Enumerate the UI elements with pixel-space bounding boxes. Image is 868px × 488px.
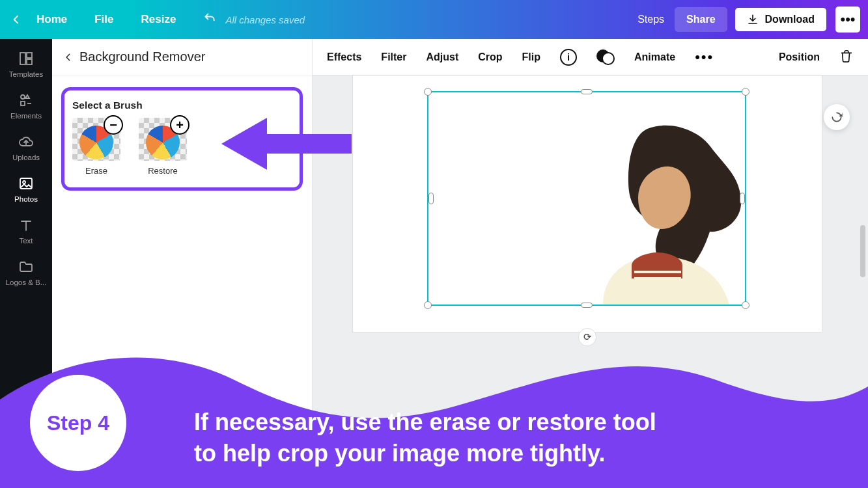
save-status: All changes saved xyxy=(225,14,305,25)
tutorial-line2: to help crop your image more tightly. xyxy=(194,438,842,470)
brush-restore-option[interactable]: + Restore xyxy=(139,118,187,176)
transparency-icon[interactable] xyxy=(596,49,615,65)
svg-rect-2 xyxy=(27,59,32,64)
resize-handle-t[interactable] xyxy=(581,89,593,94)
resize-handle-tl[interactable] xyxy=(424,88,432,96)
download-label: Download xyxy=(765,14,815,25)
folder-icon xyxy=(18,259,34,275)
resize-handle-tr[interactable] xyxy=(742,88,749,96)
nav-file[interactable]: File xyxy=(94,13,113,26)
brush-selection-box: Select a Brush − Erase + Restore xyxy=(61,87,303,191)
filter-button[interactable]: Filter xyxy=(381,51,406,63)
undo-icon[interactable] xyxy=(203,12,216,27)
svg-point-6 xyxy=(23,181,25,183)
nav-home[interactable]: Home xyxy=(36,13,67,26)
svg-rect-5 xyxy=(20,178,32,189)
top-more-button[interactable]: ••• xyxy=(835,7,860,33)
panel-title: Background Remover xyxy=(79,49,205,64)
vertical-scrollbar[interactable] xyxy=(860,225,865,277)
sync-icon[interactable]: ⟳ xyxy=(578,328,596,346)
rail-elements[interactable]: Elements xyxy=(0,85,52,126)
rail-logos[interactable]: Logos & B... xyxy=(0,251,52,293)
minus-icon: − xyxy=(104,115,123,135)
resize-handle-r[interactable] xyxy=(740,193,745,204)
panel-back-icon[interactable] xyxy=(64,49,73,66)
tutorial-text: If necessary, use the erase or restore t… xyxy=(194,407,842,470)
elements-icon xyxy=(18,92,34,108)
brush-heading: Select a Brush xyxy=(72,100,292,111)
resize-handle-b[interactable] xyxy=(581,303,593,308)
share-button[interactable]: Share xyxy=(675,7,727,32)
adjust-button[interactable]: Adjust xyxy=(426,51,458,63)
context-more-button[interactable]: ••• xyxy=(695,49,714,66)
svg-rect-4 xyxy=(21,102,25,105)
plus-icon: + xyxy=(170,115,189,135)
erase-label: Erase xyxy=(85,166,107,176)
design-page[interactable]: ⟳ xyxy=(353,75,822,332)
rail-logos-label: Logos & B... xyxy=(6,278,47,286)
photos-icon xyxy=(18,176,34,191)
restore-thumb: + xyxy=(139,118,187,161)
crop-button[interactable]: Crop xyxy=(478,51,502,63)
download-button[interactable]: Download xyxy=(735,8,826,31)
rail-uploads-label: Uploads xyxy=(12,154,40,161)
rail-photos[interactable]: Photos xyxy=(0,168,52,210)
nav-resize[interactable]: Resize xyxy=(141,13,176,26)
flip-button[interactable]: Flip xyxy=(522,51,540,63)
tutorial-line1: If necessary, use the erase or restore t… xyxy=(194,407,842,439)
animate-button[interactable]: Animate xyxy=(634,51,675,63)
rail-templates-label: Templates xyxy=(9,70,43,78)
step-badge: Step 4 xyxy=(30,375,126,471)
rail-templates[interactable]: Templates xyxy=(0,43,52,85)
subject-image[interactable] xyxy=(576,122,745,305)
resize-handle-bl[interactable] xyxy=(424,301,432,309)
info-icon[interactable]: i xyxy=(560,49,577,66)
panel-breadcrumb: Background Remover xyxy=(52,39,312,75)
steps-button[interactable]: Steps xyxy=(635,8,667,31)
svg-point-3 xyxy=(21,95,25,99)
svg-rect-1 xyxy=(27,53,32,58)
position-button[interactable]: Position xyxy=(779,51,820,63)
assist-fab-icon[interactable]: + xyxy=(824,104,850,130)
step-label: Step 4 xyxy=(47,411,109,435)
resize-handle-l[interactable] xyxy=(428,193,434,204)
brush-erase-option[interactable]: − Erase xyxy=(72,118,120,176)
rail-elements-label: Elements xyxy=(10,112,42,120)
top-bar: Home File Resize All changes saved Steps… xyxy=(0,0,868,39)
rail-photos-label: Photos xyxy=(14,195,38,203)
back-chevron-icon[interactable] xyxy=(8,11,25,28)
context-toolbar: Effects Filter Adjust Crop Flip i Animat… xyxy=(313,39,868,75)
templates-icon xyxy=(18,51,34,66)
delete-icon[interactable] xyxy=(839,49,854,66)
restore-label: Restore xyxy=(148,166,178,176)
svg-rect-0 xyxy=(20,53,25,64)
selection-frame[interactable] xyxy=(427,91,746,306)
rail-text[interactable]: Text xyxy=(0,210,52,251)
text-icon xyxy=(18,217,34,233)
rail-text-label: Text xyxy=(19,237,33,245)
rail-uploads[interactable]: Uploads xyxy=(0,126,52,168)
svg-text:+: + xyxy=(841,111,843,117)
erase-thumb: − xyxy=(72,118,120,161)
resize-handle-br[interactable] xyxy=(742,301,749,309)
effects-button[interactable]: Effects xyxy=(327,51,361,63)
uploads-icon xyxy=(18,134,34,150)
